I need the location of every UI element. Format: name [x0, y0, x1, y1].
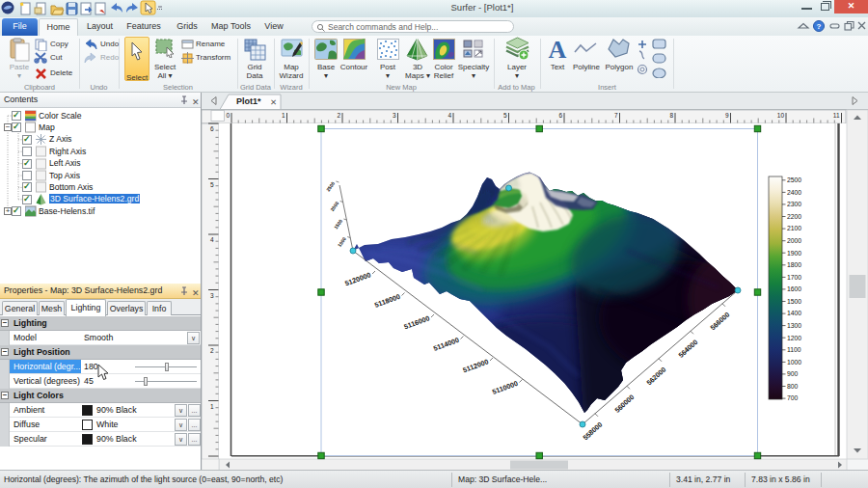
svg-text:1700: 1700 — [787, 274, 801, 281]
svg-text:4: 4 — [448, 112, 451, 119]
svg-text:1300: 1300 — [787, 322, 801, 329]
svg-text:11: 11 — [833, 112, 840, 119]
svg-text:Plot1*: Plot1* — [236, 96, 261, 106]
svg-text:1: 1 — [282, 112, 285, 119]
svg-text:3: 3 — [393, 112, 396, 119]
svg-text:2100: 2100 — [787, 225, 801, 231]
svg-text:6: 6 — [558, 112, 562, 119]
svg-text:0: 0 — [226, 112, 230, 119]
svg-text:700: 700 — [787, 394, 799, 401]
svg-text:2300: 2300 — [787, 201, 801, 207]
svg-text:2000: 2000 — [787, 237, 801, 244]
svg-text:1500: 1500 — [787, 298, 801, 305]
svg-text:10: 10 — [777, 112, 785, 119]
svg-text:2500: 2500 — [787, 176, 801, 183]
svg-text:9: 9 — [725, 112, 729, 119]
svg-text:5: 5 — [503, 112, 507, 119]
svg-text:4: 4 — [210, 236, 214, 243]
svg-text:6: 6 — [210, 125, 214, 132]
svg-text:1600: 1600 — [787, 285, 801, 292]
svg-text:900: 900 — [787, 370, 799, 377]
svg-text:1900: 1900 — [787, 250, 801, 257]
svg-text:2400: 2400 — [787, 189, 801, 196]
svg-text:5: 5 — [210, 181, 214, 188]
svg-text:2: 2 — [210, 347, 214, 354]
svg-text:8: 8 — [669, 112, 673, 119]
svg-text:1100: 1100 — [787, 346, 801, 353]
svg-text:800: 800 — [787, 383, 799, 390]
svg-text:?: ? — [817, 22, 822, 31]
svg-text:2: 2 — [337, 112, 340, 119]
svg-text:1800: 1800 — [787, 261, 801, 268]
svg-text:7: 7 — [614, 112, 618, 119]
svg-text:✕: ✕ — [270, 97, 277, 107]
svg-text:2200: 2200 — [787, 213, 801, 220]
svg-text:1000: 1000 — [787, 359, 801, 366]
svg-text:3: 3 — [210, 292, 214, 299]
svg-text:1: 1 — [210, 403, 214, 410]
svg-text:1400: 1400 — [787, 310, 801, 316]
svg-text:1200: 1200 — [787, 335, 801, 341]
